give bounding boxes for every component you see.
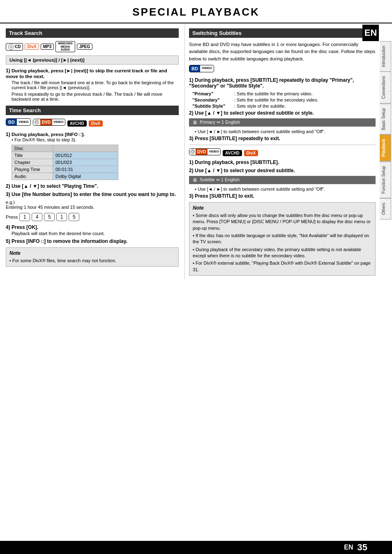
ts-step3-text: Use [the Number buttons] to enter the ti… bbox=[12, 192, 176, 197]
ts-step4-detail: Playback will start from the desired tim… bbox=[6, 231, 179, 236]
subtitle-definitions: "Primary" : Sets the subtitle for the pr… bbox=[189, 91, 376, 108]
dvd-step1-num: 1) bbox=[189, 159, 195, 165]
track-step1-detail1: The track / file will move forward one a… bbox=[6, 80, 179, 90]
table-cell-disc-val bbox=[53, 145, 118, 152]
monitor-icon-bd: 🖥 bbox=[192, 120, 197, 125]
track-step1: 1) During playback, press [►| (next)] to… bbox=[6, 68, 179, 102]
track-search-badges: CD DivX MP3 WINDOWSMEDIAAUDIO JPEG bbox=[6, 41, 179, 52]
note-text: • For some DivX® files, time search may … bbox=[9, 258, 175, 264]
bd-step1-text: During playback, press [SUBTITLE] repeat… bbox=[189, 77, 354, 89]
bd-step2-text: Use [▲ / ▼] to select your desired subti… bbox=[195, 110, 314, 116]
def-subtitle-style: "Subtitle Style" : Sets style of the sub… bbox=[189, 104, 376, 108]
dvd-video-part: VIDEO bbox=[52, 120, 65, 125]
dvd-bullet1: Use [◄ / ►] to switch between current su… bbox=[189, 187, 376, 192]
key-btn-4[interactable]: 4 bbox=[32, 213, 42, 221]
bd-step2: 2) Use [▲ / ▼] to select your desired su… bbox=[189, 110, 376, 116]
ts-step3-num: 3) bbox=[6, 192, 12, 197]
windows-media-badge: WINDOWSMEDIAAUDIO bbox=[55, 41, 75, 52]
tab-connections[interactable]: Connections bbox=[380, 72, 391, 104]
table-cell-chapter-val: 001/023 bbox=[53, 159, 118, 166]
time-search-header: Time Search bbox=[6, 106, 179, 115]
def-def-style: : Sets style of the subtitle. bbox=[234, 104, 376, 108]
key-btn-1b[interactable]: 1 bbox=[56, 213, 67, 221]
ts-step1-text: During playback, press [INFO □]. bbox=[12, 132, 85, 137]
dvd-step2-num: 2) bbox=[189, 168, 195, 173]
tab-others[interactable]: Others bbox=[380, 198, 391, 219]
subtitle-note-bullet1: • If the disc has no subtitle language o… bbox=[193, 233, 372, 245]
ts-step1-bullet: For DivX® files, skip to step 3). bbox=[6, 137, 179, 142]
avchd-badge2: AVCHD bbox=[223, 150, 242, 156]
jpeg-badge: JPEG bbox=[77, 44, 93, 50]
page-title: SPECIAL PLAYBACK bbox=[0, 0, 392, 23]
tab-function-setup[interactable]: Function Setup bbox=[380, 162, 391, 198]
def-term-style: "Subtitle Style" bbox=[189, 104, 234, 108]
subtitle-note-bullet2: • During playback of the secondary video… bbox=[193, 247, 372, 259]
table-cell-chapter-label: Chapter bbox=[12, 159, 53, 166]
eg-label: e.g.) bbox=[6, 200, 179, 205]
track-step1-num: 1) bbox=[6, 68, 12, 74]
side-tabs: Introduction Connections Basic Setup Pla… bbox=[380, 41, 392, 219]
ts-step1-num: 1) bbox=[6, 132, 12, 137]
def-term-primary: "Primary" bbox=[189, 91, 234, 96]
def-term-secondary: "Secondary" bbox=[189, 97, 234, 102]
dvd-part: DVD bbox=[40, 119, 52, 125]
time-search-note-box: Note • For some DivX® files, time search… bbox=[6, 247, 179, 267]
subtitle-note-title: Note bbox=[193, 205, 372, 211]
table-cell-playing-label: Playing Time bbox=[12, 166, 53, 173]
table-cell-audio-val: Dolby Digital bbox=[53, 173, 118, 180]
key-btn-5a[interactable]: 5 bbox=[44, 213, 55, 221]
time-info-table: Disc Title 001/012 Chapter 001/023 Playi… bbox=[12, 145, 118, 180]
bottom-en-label: EN bbox=[344, 544, 353, 551]
ts-step2-text: Use [▲ / ▼] to select "Playing Time". bbox=[12, 183, 98, 189]
tab-introduction[interactable]: Introduction bbox=[380, 41, 391, 72]
en-badge: EN bbox=[362, 25, 379, 41]
dvd-step3-num: 3) bbox=[189, 193, 195, 199]
key-btn-1[interactable]: 1 bbox=[19, 213, 30, 221]
subtitle-note-bullet0: • Some discs will only allow you to chan… bbox=[193, 212, 372, 231]
bd-part: BD bbox=[6, 119, 17, 125]
divx-badge: DivX bbox=[25, 44, 39, 50]
video-part: VIDEO bbox=[17, 120, 30, 125]
bd-step2-num: 2) bbox=[189, 110, 195, 116]
table-cell-playing-val: 00:01:31 bbox=[53, 166, 118, 173]
ts-step5-num: 5) bbox=[6, 238, 12, 244]
switching-subtitles-section: Switching Subtitles Some BD and DVD may … bbox=[189, 28, 376, 276]
ts-step2: 2) Use [▲ / ▼] to select "Playing Time". bbox=[6, 183, 179, 189]
bd-section-badge: BD VIDEO bbox=[189, 65, 376, 75]
ts-step1: 1) During playback, press [INFO □]. For … bbox=[6, 132, 179, 142]
bd-step3-text: Press [SUBTITLE] repeatedly to exit. bbox=[195, 136, 280, 141]
dvd-video-badge: DVD VIDEO bbox=[33, 119, 65, 126]
def-def-secondary: : Sets the subtitle for the secondary vi… bbox=[234, 97, 376, 102]
track-step1-detail2: Press it repeatedly to go to the previou… bbox=[6, 92, 179, 102]
dvd-step2-text: Use [▲ / ▼] to select your desired subti… bbox=[195, 168, 295, 173]
ts-step4-text: Press [OK]. bbox=[12, 224, 38, 230]
dvd-step2: 2) Use [▲ / ▼] to select your desired su… bbox=[189, 168, 376, 173]
table-cell-title-label: Title bbox=[12, 152, 53, 159]
bd-bullet1: Use [◄ / ►] to switch between current su… bbox=[189, 129, 376, 134]
bd-display-text: Primary ⇔ 1 English bbox=[200, 120, 240, 125]
track-search-section: Track Search CD DivX MP3 WINDOWSMEDIAAUD… bbox=[6, 28, 179, 102]
bd-step3-num: 3) bbox=[189, 136, 195, 141]
ts-divx-badge: DivX bbox=[89, 120, 103, 127]
mp3-badge: MP3 bbox=[41, 44, 54, 50]
dvd-display-text: Subtitle ⇔ 1 English bbox=[200, 177, 240, 182]
subtitle-note-bullet3: • For DivX® external subtitle, "Playing … bbox=[193, 260, 372, 273]
dvd-display-bar: 🖥 Subtitle ⇔ 1 English bbox=[189, 176, 376, 184]
note-title: Note bbox=[9, 250, 175, 256]
tab-basic-setup[interactable]: Basic Setup bbox=[380, 104, 391, 134]
switching-subtitles-intro: Some BD and DVD may have subtitles in 1 … bbox=[189, 41, 376, 62]
table-row-chapter: Chapter 001/023 bbox=[12, 159, 118, 166]
key-btn-5b[interactable]: 5 bbox=[69, 213, 79, 221]
cd-disc-icon bbox=[8, 44, 14, 50]
bd-step3: 3) Press [SUBTITLE] repeatedly to exit. bbox=[189, 136, 376, 141]
dvd-badge2: DVD VIDEO bbox=[189, 148, 221, 155]
avchd-badge: AVCHD bbox=[67, 120, 87, 127]
def-primary: "Primary" : Sets the subtitle for the pr… bbox=[189, 91, 376, 96]
table-row-audio: Audio Dolby Digital bbox=[12, 173, 118, 180]
time-search-section: Time Search BD VIDEO DVD VIDEO AVCHD bbox=[6, 106, 179, 267]
ts-step2-num: 2) bbox=[6, 183, 12, 189]
def-secondary: "Secondary" : Sets the subtitle for the … bbox=[189, 97, 376, 102]
using-prev-next-label: Using [|◄ (previous)] / [►| (next)] bbox=[6, 55, 179, 65]
dvd-cd-icon bbox=[33, 119, 40, 125]
tab-playback[interactable]: Playback bbox=[380, 134, 391, 161]
